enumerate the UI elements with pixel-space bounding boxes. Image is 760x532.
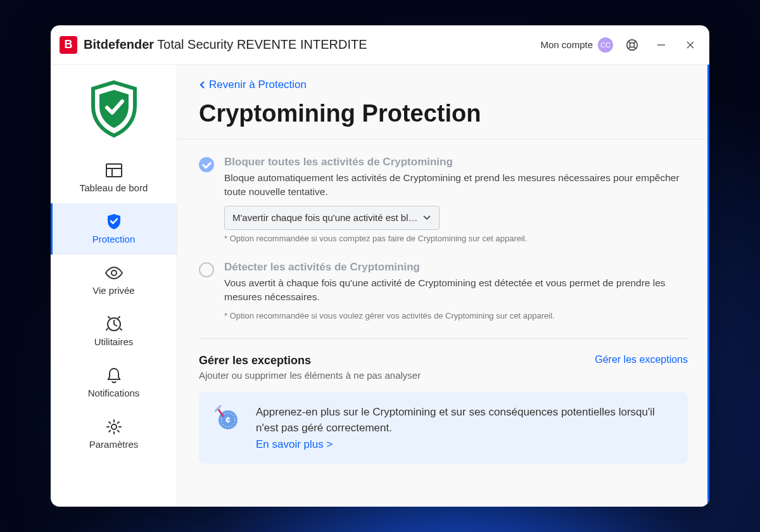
- exceptions-subtitle: Ajouter ou supprimer les éléments à ne p…: [199, 370, 421, 381]
- sidebar: Tableau de bord Protection Vie privée Ut…: [51, 65, 177, 507]
- learn-more-link[interactable]: En savoir plus >: [256, 438, 332, 451]
- settings-panel: Bloquer toutes les activités de Cryptomi…: [177, 139, 709, 507]
- notify-mode-dropdown[interactable]: M'avertir chaque fois qu'une activité es…: [224, 206, 440, 230]
- chevron-left-icon: [199, 80, 205, 89]
- sidebar-item-label: Utilitaires: [94, 336, 134, 347]
- svg-line-4: [634, 41, 636, 43]
- svg-point-1: [630, 42, 634, 47]
- sidebar-item-label: Tableau de bord: [80, 182, 148, 193]
- brand-logo: B: [60, 36, 77, 54]
- titlebar: B Bitdefender Total Security REVENTE INT…: [51, 25, 709, 65]
- page-header: Revenir à Protection Cryptomining Protec…: [177, 65, 709, 139]
- back-link-label: Revenir à Protection: [209, 79, 307, 91]
- utilities-icon: [104, 316, 124, 332]
- app-body: Tableau de bord Protection Vie privée Ut…: [51, 65, 709, 507]
- svg-line-5: [628, 46, 631, 49]
- exceptions-title: Gérer les exceptions: [199, 354, 421, 367]
- svg-line-3: [634, 46, 636, 49]
- dropdown-value: M'avertir chaque fois qu'une activité es…: [232, 212, 418, 223]
- close-button[interactable]: [680, 35, 700, 55]
- option-description: Bloque automatiquement les activités de …: [224, 171, 688, 200]
- radio-detect[interactable]: [199, 262, 214, 277]
- account-label: Mon compte: [540, 39, 593, 50]
- avatar: CC: [598, 37, 613, 53]
- sidebar-item-label: Paramètres: [89, 439, 139, 450]
- chevron-down-icon: [422, 215, 431, 221]
- window-title: Bitdefender Total Security REVENTE INTER…: [84, 37, 367, 52]
- svg-point-14: [111, 424, 117, 429]
- product-name: Total Security REVENTE INTERDITE: [154, 37, 367, 51]
- sidebar-item-utilities[interactable]: Utilitaires: [51, 306, 177, 357]
- sidebar-item-notifications[interactable]: Notifications: [51, 357, 177, 408]
- titlebar-controls: Mon compte CC: [540, 35, 700, 55]
- sidebar-item-label: Vie privée: [92, 285, 134, 296]
- sidebar-item-label: Notifications: [88, 388, 140, 398]
- option-block-all: Bloquer toutes les activités de Cryptomi…: [199, 156, 688, 243]
- back-link[interactable]: Revenir à Protection: [199, 79, 688, 91]
- protection-icon: [104, 213, 124, 230]
- brand-name: Bitdefender: [84, 37, 154, 51]
- dashboard-icon: [104, 162, 124, 179]
- exceptions-section: Gérer les exceptions Ajouter ou supprime…: [199, 354, 688, 381]
- sidebar-item-protection[interactable]: Protection: [51, 203, 177, 255]
- option-footnote: * Option recommandée si vous voulez gére…: [224, 311, 688, 320]
- divider: [199, 338, 688, 339]
- app-window: B Bitdefender Total Security REVENTE INT…: [51, 25, 709, 507]
- radio-block-all[interactable]: [199, 157, 214, 172]
- eye-icon: [104, 265, 124, 281]
- svg-point-12: [111, 270, 117, 276]
- sidebar-item-settings[interactable]: Paramètres: [51, 408, 177, 460]
- banner-text: Apprenez-en plus sur le Cryptomining et …: [256, 405, 673, 436]
- sidebar-item-label: Protection: [92, 234, 136, 244]
- option-title: Bloquer toutes les activités de Cryptomi…: [224, 156, 688, 168]
- option-detect: Détecter les activités de Cryptomining V…: [199, 261, 688, 320]
- info-banner: ¢ Apprenez-en plus sur le Cryptomining e…: [199, 392, 688, 464]
- option-title: Détecter les activités de Cryptomining: [224, 261, 688, 274]
- svg-rect-9: [106, 164, 122, 177]
- account-button[interactable]: Mon compte CC: [540, 37, 613, 53]
- gear-icon: [104, 419, 124, 435]
- option-footnote: * Option recommandée si vous comptez pas…: [224, 234, 688, 243]
- support-icon[interactable]: [622, 35, 642, 55]
- sidebar-item-dashboard[interactable]: Tableau de bord: [51, 152, 177, 203]
- svg-text:¢: ¢: [225, 415, 231, 425]
- sidebar-item-privacy[interactable]: Vie privée: [51, 255, 177, 306]
- minimize-button[interactable]: [651, 35, 671, 55]
- bell-icon: [104, 367, 124, 384]
- option-description: Vous avertit à chaque fois qu'une activi…: [224, 276, 688, 305]
- main-content: Revenir à Protection Cryptomining Protec…: [177, 65, 709, 507]
- svg-line-2: [628, 41, 631, 43]
- status-shield: [51, 72, 177, 152]
- page-title: Cryptomining Protection: [199, 100, 688, 127]
- cryptomining-icon: ¢: [214, 405, 242, 433]
- manage-exceptions-link[interactable]: Gérer les exceptions: [595, 354, 688, 365]
